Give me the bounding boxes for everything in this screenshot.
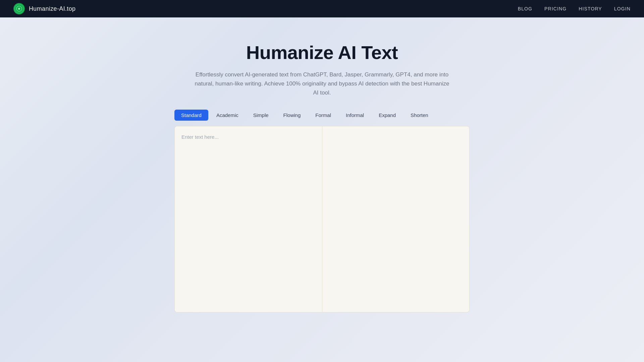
output-content [329,133,463,304]
mode-tabs: Standard Academic Simple Flowing Formal … [174,110,470,121]
nav-links: BLOG PRICING HISTORY LOGIN [518,6,631,11]
nav-pricing[interactable]: PRICING [544,6,567,11]
nav-login[interactable]: LOGIN [614,6,631,11]
nav-blog[interactable]: BLOG [518,6,532,11]
tab-simple[interactable]: Simple [247,110,275,121]
tab-academic[interactable]: Academic [210,110,245,121]
brand-name: Humanize-AI.top [29,5,75,12]
tab-flowing[interactable]: Flowing [277,110,308,121]
logo-icon [13,3,25,14]
tab-formal[interactable]: Formal [309,110,338,121]
tab-shorten[interactable]: Shorten [404,110,435,121]
nav-history[interactable]: HISTORY [579,6,602,11]
page-subtitle: Effortlessly convert AI-generated text f… [195,70,449,98]
brand: Humanize-AI.top [13,3,75,14]
input-textarea[interactable] [181,133,315,305]
tab-standard[interactable]: Standard [174,110,208,121]
tab-informal[interactable]: Informal [339,110,371,121]
tab-expand[interactable]: Expand [372,110,402,121]
main-content: Humanize AI Text Effortlessly convert AI… [0,17,644,312]
text-areas-container [174,126,470,312]
output-panel [322,126,470,312]
svg-point-3 [18,8,20,10]
navbar: Humanize-AI.top BLOG PRICING HISTORY LOG… [0,0,644,17]
input-panel [174,126,322,312]
page-title: Humanize AI Text [246,42,398,63]
